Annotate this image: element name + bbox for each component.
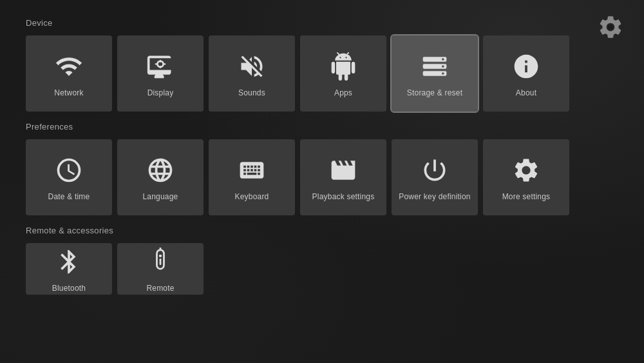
display-label: Display [147,88,174,97]
svg-point-5 [442,58,444,61]
clock-icon [52,153,86,187]
bluetooth-icon [52,245,86,279]
power-key-definition-tile[interactable]: Power key definition [392,139,478,215]
power-icon [418,153,451,187]
bluetooth-label: Bluetooth [52,284,86,293]
remote-accessories-section: Remote & accessories Bluetooth [26,226,618,295]
display-icon [144,50,177,83]
storage-reset-tile[interactable]: Storage & reset [392,35,478,112]
device-section-label: Device [26,18,618,28]
info-icon [509,50,543,83]
svg-point-9 [159,255,162,257]
svg-point-7 [442,72,444,75]
storage-reset-label: Storage & reset [407,88,462,97]
preferences-section: Preferences Date & time Language [26,122,618,215]
bluetooth-tile[interactable]: Bluetooth [26,243,112,295]
keyboard-label: Keyboard [235,192,269,201]
sounds-label: Sounds [238,88,265,97]
apps-tile[interactable]: Apps [300,35,386,112]
apps-label: Apps [334,88,352,97]
about-label: About [516,88,536,97]
gear-icon [509,153,543,187]
wifi-icon [52,50,86,83]
device-section: Device Network Display So [26,18,618,112]
device-tiles-row: Network Display Sounds [26,35,618,112]
language-tile[interactable]: Language [117,139,204,215]
more-settings-label: More settings [502,192,551,201]
network-label: Network [54,88,83,97]
preferences-tiles-row: Date & time Language Keyboard [26,139,618,215]
more-settings-tile[interactable]: More settings [483,139,569,215]
remote-accessories-tiles-row: Bluetooth Remote [26,243,618,295]
playback-settings-tile[interactable]: Playback settings [300,139,386,215]
network-tile[interactable]: Network [26,35,112,112]
display-tile[interactable]: Display [117,35,204,112]
remote-accessories-section-label: Remote & accessories [26,226,618,235]
date-time-tile[interactable]: Date & time [26,139,112,215]
playback-settings-label: Playback settings [312,192,375,201]
sounds-tile[interactable]: Sounds [209,35,295,112]
keyboard-icon [235,153,269,187]
remote-tile[interactable]: Remote [117,243,204,295]
remote-label: Remote [146,284,174,293]
power-key-definition-label: Power key definition [399,192,470,201]
date-time-label: Date & time [48,192,90,201]
about-tile[interactable]: About [483,35,569,112]
mute-icon [235,50,269,83]
keyboard-tile[interactable]: Keyboard [209,139,295,215]
storage-icon [418,50,451,83]
android-icon [327,50,360,83]
remote-icon [144,245,177,279]
film-icon [327,153,360,187]
preferences-section-label: Preferences [26,122,618,132]
language-label: Language [143,192,178,201]
svg-point-6 [442,65,444,68]
globe-icon [144,153,177,187]
